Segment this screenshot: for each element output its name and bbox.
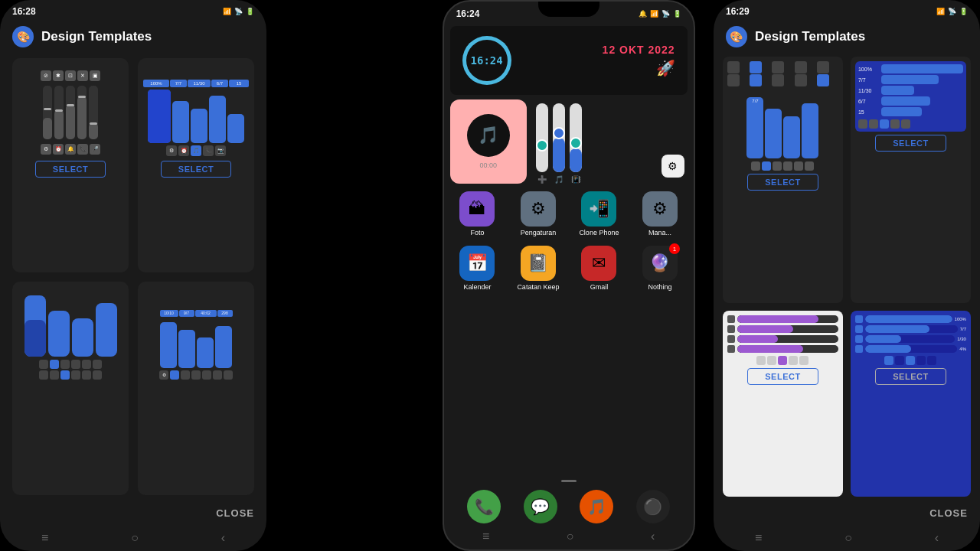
right-nav-bar: ≡ ○ ‹ bbox=[714, 527, 980, 551]
clock-time-display: 16:24 bbox=[471, 54, 503, 67]
slider-thumb-2 bbox=[553, 127, 565, 139]
app-gmail[interactable]: ✉ Gmail bbox=[577, 246, 620, 291]
r1-sicon1 bbox=[751, 161, 760, 171]
app-pengaturan[interactable]: ⚙ Pengaturan bbox=[517, 191, 560, 236]
right-sim-icon: 📶 bbox=[936, 8, 945, 15]
clock-widget: 16:24 12 OKT 2022 🚀 bbox=[450, 26, 688, 95]
right-select-btn-4[interactable]: SELECT bbox=[875, 368, 946, 385]
app-foto[interactable]: 🏔 Foto bbox=[456, 191, 498, 236]
gmail-label: Gmail bbox=[590, 283, 609, 291]
right-close-button[interactable]: CLOSE bbox=[929, 507, 968, 519]
r3-fill2 bbox=[737, 325, 793, 333]
mid-nav-home-icon[interactable]: ○ bbox=[567, 530, 574, 543]
r4-fill3 bbox=[865, 335, 901, 343]
r1-icon-row-bot bbox=[751, 161, 814, 171]
clock-inner: 16:24 bbox=[466, 40, 508, 81]
r1-s2 bbox=[765, 109, 782, 158]
r4-row3: 1/30 bbox=[855, 335, 966, 343]
mid-battery-icon: 🔋 bbox=[673, 10, 681, 18]
catatan-icon: 📓 bbox=[521, 246, 556, 281]
settings-btn-1[interactable]: ⚙ bbox=[662, 155, 684, 178]
app-row-1: 🏔 Foto ⚙ Pengaturan 📲 Clone Phone ⚙ Mana… bbox=[450, 188, 688, 240]
mid-status-icons: 🔔 📶 📡 🔋 bbox=[639, 10, 681, 18]
mana-label: Mana... bbox=[648, 229, 671, 236]
nav-back-icon[interactable]: ‹ bbox=[221, 531, 225, 545]
mid-nav-back-icon[interactable]: ‹ bbox=[651, 530, 655, 543]
app-catatan[interactable]: 📓 Catatan Keep bbox=[517, 246, 560, 291]
app-kalender[interactable]: 📅 Kalender bbox=[456, 246, 498, 291]
dock-music[interactable]: 🎵 bbox=[580, 490, 613, 523]
r2-sicon3 bbox=[880, 119, 889, 129]
select-btn-1[interactable]: SELECT bbox=[35, 161, 106, 178]
r4-icon1 bbox=[855, 315, 863, 323]
mid-mixed-section: 🎵 00:00 ➕ 🎵 bbox=[444, 98, 694, 185]
r4-track3 bbox=[865, 335, 955, 343]
right-nav-menu-icon[interactable]: ≡ bbox=[755, 531, 762, 545]
r3-row4 bbox=[727, 345, 838, 353]
r4-row4: 4% bbox=[855, 345, 966, 353]
dock-phone[interactable]: 📞 bbox=[467, 490, 501, 523]
wifi-icon: 📡 bbox=[234, 8, 243, 15]
r1-ig7 bbox=[750, 74, 762, 86]
r1-ig5 bbox=[817, 61, 829, 73]
r4-row1: 100% bbox=[855, 315, 966, 323]
right-bottom-bar: CLOSE bbox=[714, 501, 980, 527]
right-select-btn-1[interactable]: SELECT bbox=[747, 174, 818, 191]
left-status-time: 16:28 bbox=[12, 6, 36, 17]
r2-icon-row bbox=[858, 119, 963, 129]
clock-date-display: 12 OKT 2022 bbox=[603, 44, 675, 56]
tpl1-icon6: ⚙ bbox=[41, 144, 51, 155]
r1-ig3 bbox=[772, 61, 784, 73]
tpl1-icon2: ✱ bbox=[53, 70, 64, 81]
r1-sicon3 bbox=[773, 161, 782, 171]
app-nothing[interactable]: 🔮 1 Nothing bbox=[639, 246, 681, 291]
r4-track4 bbox=[865, 345, 957, 353]
mid-nav-menu-icon[interactable]: ≡ bbox=[482, 530, 489, 543]
r1-ig4 bbox=[795, 61, 807, 73]
r4-icon-row bbox=[884, 356, 936, 365]
r1-sliders: 7/7 bbox=[746, 90, 818, 158]
right-select-btn-3[interactable]: SELECT bbox=[747, 368, 818, 385]
right-nav-home-icon[interactable]: ○ bbox=[844, 531, 852, 545]
r1-ig6 bbox=[727, 74, 740, 86]
foto-label: Foto bbox=[470, 229, 484, 236]
r2-sicon2 bbox=[869, 119, 878, 129]
left-status-icons: 📶 📡 🔋 bbox=[223, 8, 254, 15]
r3-fill1 bbox=[737, 315, 818, 323]
app-mana[interactable]: ⚙ Mana... bbox=[639, 191, 681, 236]
r3-fill3 bbox=[737, 335, 778, 343]
nav-menu-icon[interactable]: ≡ bbox=[41, 531, 48, 545]
r4-sicon1 bbox=[884, 356, 893, 365]
r4-fill4 bbox=[865, 345, 911, 353]
dock-other[interactable]: ⚫ bbox=[636, 490, 670, 523]
nothing-badge: 1 bbox=[669, 243, 680, 254]
right-select-btn-2[interactable]: SELECT bbox=[875, 135, 946, 152]
r4-row2: 7/7 bbox=[855, 325, 966, 333]
nav-home-icon[interactable]: ○ bbox=[131, 531, 139, 545]
nothing-label: Nothing bbox=[648, 283, 671, 291]
slider-thumb-3 bbox=[570, 137, 582, 149]
app-clone[interactable]: 📲 Clone Phone bbox=[577, 191, 620, 236]
dock-messages[interactable]: 💬 bbox=[524, 490, 557, 523]
music-time: 00:00 bbox=[479, 161, 497, 169]
right-phone: 16:29 📶 📡 🔋 🎨 Design Templates bbox=[714, 0, 980, 551]
select-btn-2[interactable]: SELECT bbox=[161, 161, 231, 178]
left-bottom-bar: CLOSE bbox=[0, 501, 266, 527]
left-close-button[interactable]: CLOSE bbox=[216, 507, 254, 519]
r3-sicon2 bbox=[767, 356, 776, 365]
left-app-icon: 🎨 bbox=[12, 26, 34, 47]
left-templates-grid: ⊘ ✱ ⊡ ✕ ▣ bbox=[0, 52, 266, 501]
r1-sicon5 bbox=[794, 161, 803, 171]
catatan-label: Catatan Keep bbox=[517, 283, 559, 291]
r3-icon1 bbox=[727, 315, 735, 323]
r2-label-row: 100% bbox=[858, 64, 963, 73]
foto-icon: 🏔 bbox=[459, 191, 495, 227]
r1-s3 bbox=[783, 116, 800, 158]
right-nav-back-icon[interactable]: ‹ bbox=[935, 531, 939, 545]
r2-blue-container: 100% 7/7 11/30 6/7 15 bbox=[855, 61, 966, 132]
r3-row1 bbox=[727, 315, 838, 323]
settings-buttons: ⚙ bbox=[658, 99, 688, 184]
r4-icon3 bbox=[855, 335, 863, 343]
mid-phone: 16:24 🔔 📶 📡 🔋 16:24 12 OKT 2022 🚀 🎵 00:0… bbox=[443, 0, 695, 551]
clock-bottom-icon: 🚀 bbox=[603, 59, 675, 77]
